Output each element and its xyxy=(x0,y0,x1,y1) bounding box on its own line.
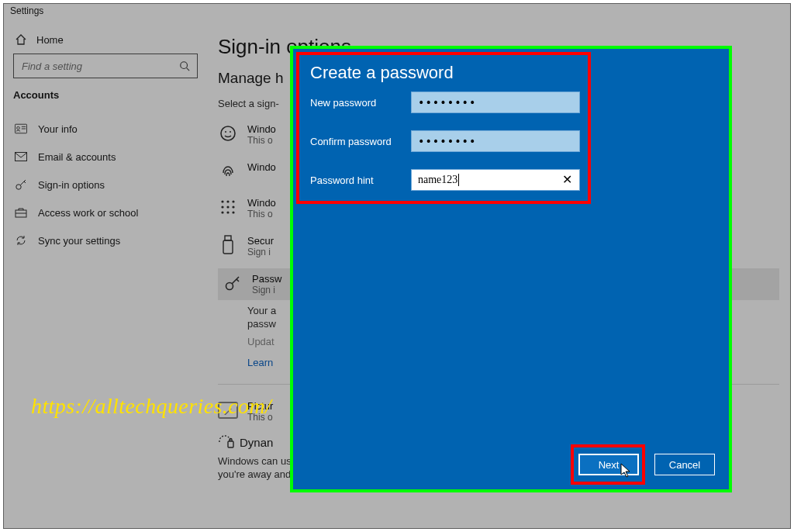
nav-email-accounts[interactable]: Email & accounts xyxy=(13,143,198,171)
key-icon xyxy=(223,273,243,293)
password-hint-label: Password hint xyxy=(310,174,411,186)
svg-line-9 xyxy=(24,181,26,183)
svg-point-7 xyxy=(16,185,21,189)
confirm-password-input[interactable]: •••••••• xyxy=(411,130,580,152)
window-title: Settings xyxy=(4,4,790,22)
opt-title: Passw xyxy=(252,273,281,285)
svg-point-19 xyxy=(226,206,229,208)
opt-title: Secur xyxy=(247,235,274,247)
confirm-password-label: Confirm password xyxy=(310,136,411,147)
person-card-icon xyxy=(15,123,27,135)
home-icon xyxy=(15,33,27,46)
text-cursor xyxy=(458,174,459,186)
cancel-button[interactable]: Cancel xyxy=(654,454,715,475)
svg-rect-25 xyxy=(223,240,233,254)
opt-sub: This o xyxy=(247,209,276,219)
mail-icon xyxy=(15,150,27,163)
section-label: Accounts xyxy=(13,89,198,101)
nav-your-info[interactable]: Your info xyxy=(13,115,198,143)
nav-sync-settings[interactable]: Sync your settings xyxy=(13,226,198,254)
opt-title: Windo xyxy=(247,123,276,135)
svg-rect-6 xyxy=(16,153,27,161)
opt-title: Windo xyxy=(247,197,276,209)
search-field[interactable] xyxy=(20,60,178,73)
opt-title: Pictur xyxy=(247,400,273,412)
create-password-dialog: Create a password New password •••••••• … xyxy=(290,46,732,492)
svg-line-28 xyxy=(236,279,239,282)
nav-label: Access work or school xyxy=(38,207,138,219)
home-button[interactable]: Home xyxy=(13,29,198,54)
opt-sub: This o xyxy=(247,135,276,146)
svg-point-12 xyxy=(221,126,235,140)
nav-label: Sync your settings xyxy=(38,235,120,247)
nav-access-work[interactable]: Access work or school xyxy=(13,199,198,226)
svg-line-1 xyxy=(187,68,190,71)
nav-signin-options[interactable]: Sign-in options xyxy=(13,171,198,199)
svg-point-14 xyxy=(230,131,231,133)
svg-point-18 xyxy=(221,206,223,208)
pin-keypad-icon xyxy=(218,197,238,217)
password-hint-input[interactable]: name123 ✕ xyxy=(411,169,580,191)
next-button[interactable]: Next xyxy=(578,454,639,475)
svg-point-21 xyxy=(221,211,223,213)
sidebar: Home Accounts Your info Email & account xyxy=(4,22,207,528)
svg-rect-24 xyxy=(225,236,231,240)
clear-icon[interactable]: ✕ xyxy=(559,172,575,188)
svg-point-15 xyxy=(221,200,223,202)
fingerprint-icon xyxy=(218,161,238,181)
opt-title: Windo xyxy=(247,161,276,173)
briefcase-icon xyxy=(15,206,27,219)
new-password-label: New password xyxy=(310,97,411,109)
key-icon xyxy=(15,178,27,191)
search-icon xyxy=(178,60,191,72)
sync-icon xyxy=(15,234,27,247)
svg-point-13 xyxy=(225,131,226,133)
dialog-title: Create a password xyxy=(293,49,729,91)
dynamic-lock-icon xyxy=(218,435,235,449)
svg-point-23 xyxy=(232,211,234,213)
dynamic-lock-label: Dynan xyxy=(240,436,273,449)
svg-point-16 xyxy=(226,200,229,202)
svg-point-0 xyxy=(181,62,188,69)
opt-sub: This o xyxy=(247,412,273,423)
svg-point-3 xyxy=(17,126,20,130)
svg-point-20 xyxy=(232,206,234,208)
nav-label: Email & accounts xyxy=(38,151,116,163)
usb-key-icon xyxy=(218,235,238,255)
opt-sub: Sign i xyxy=(252,285,281,295)
nav-label: Sign-in options xyxy=(38,179,105,191)
picture-icon xyxy=(218,400,238,420)
search-input[interactable] xyxy=(13,54,198,78)
form-area: New password •••••••• Confirm password •… xyxy=(293,91,729,192)
svg-point-17 xyxy=(232,200,234,202)
new-password-input[interactable]: •••••••• xyxy=(411,92,580,113)
svg-rect-29 xyxy=(228,441,233,447)
face-icon xyxy=(218,123,238,143)
home-label: Home xyxy=(36,34,64,46)
opt-sub: Sign i xyxy=(247,247,274,257)
dialog-button-row: Next Cancel xyxy=(578,454,715,475)
svg-point-22 xyxy=(226,211,229,213)
nav-label: Your info xyxy=(38,123,78,135)
